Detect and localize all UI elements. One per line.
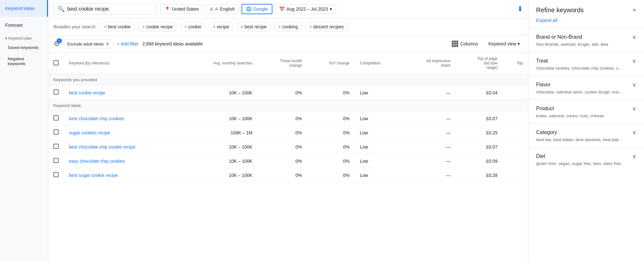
sidebar-sub-label: Saved keywords	[8, 45, 38, 50]
sidebar-sub-label: Negative keywords	[8, 56, 25, 66]
language-filter[interactable]: A A English	[206, 4, 239, 14]
refine-section-flavor[interactable]: Flavor ∨ chocolate, oatmeal raisin, cook…	[528, 76, 644, 100]
keyword-link[interactable]: best sugar cookie recipe	[69, 173, 118, 178]
broaden-chip-0[interactable]: + best cookie	[100, 22, 135, 31]
refine-section-product[interactable]: Product ∨ butter, oatmeal, cream, nuts, …	[528, 100, 644, 123]
sidebar-item-forecast[interactable]: Forecast	[0, 17, 48, 34]
chevron-down-icon: ∨	[632, 105, 636, 112]
remove-filter-icon[interactable]: ✕	[106, 41, 109, 46]
chevron-down-icon: ∨	[632, 153, 636, 160]
top-bid-low-cell: £0.04	[456, 86, 503, 100]
row-checkbox[interactable]	[53, 130, 59, 135]
sidebar-item-saved-keywords[interactable]: Saved keywords	[0, 42, 48, 53]
location-icon: 📍	[165, 6, 170, 12]
google-icon: 🌐	[246, 6, 251, 12]
row-checkbox[interactable]	[53, 115, 59, 121]
ad-impression-cell: —	[402, 111, 456, 126]
col-header-yoy: YoY change	[307, 53, 355, 74]
add-filter-button[interactable]: + Add filter	[117, 41, 138, 46]
refine-panel: Refine keywords × Expand all Brand or No…	[528, 0, 644, 261]
broaden-chip-3[interactable]: + recipe	[209, 22, 233, 31]
yoy-cell: 0%	[307, 140, 355, 154]
refine-section-title: Brand or Non-Brand	[536, 34, 582, 40]
row-checkbox-cell[interactable]	[48, 111, 64, 126]
select-all-header[interactable]	[48, 53, 64, 74]
keyword-link[interactable]: easy chocolate chip cookies	[69, 159, 125, 164]
sidebar-item-negative-keywords[interactable]: Negative keywords	[0, 53, 48, 69]
exclude-adult-chip[interactable]: Exclude adult ideas ✕	[64, 39, 113, 48]
refine-section-diet[interactable]: Diet ∨ gluten free, vegan, sugar free, k…	[528, 147, 644, 171]
three-month-cell: 0%	[258, 154, 307, 168]
row-checkbox[interactable]	[53, 158, 59, 163]
broaden-chip-2[interactable]: + cookie	[180, 22, 206, 31]
refine-section-subtitle: chocolate, oatmeal raisin, cookie dough,…	[536, 90, 636, 94]
row-checkbox[interactable]	[53, 144, 59, 149]
location-filter[interactable]: 📍 United States	[160, 4, 203, 14]
three-month-cell: 0%	[258, 168, 307, 182]
row-checkbox-cell[interactable]	[48, 140, 64, 154]
col-header-three-month: Three monthchange	[258, 53, 307, 74]
search-input[interactable]	[67, 6, 151, 12]
calendar-icon: 📅	[279, 6, 285, 12]
columns-button[interactable]: Columns	[449, 39, 481, 49]
yoy-cell: 0%	[307, 126, 355, 140]
download-button[interactable]: ⬇	[517, 5, 523, 13]
plus-icon: +	[142, 24, 145, 29]
sidebar-item-keyword-ideas[interactable]: Keyword ideas	[0, 0, 48, 17]
section-header-provided: Keywords you provided	[48, 74, 528, 86]
refine-section-brand[interactable]: Brand or Non-Brand ∨ Non-Brands, walmart…	[528, 28, 644, 52]
keyword-view-button[interactable]: Keyword view ▾	[485, 39, 523, 48]
plus-icon: +	[241, 24, 243, 29]
keyword-link[interactable]: best chocolate chip cookie recipe	[69, 144, 135, 150]
expand-all-button[interactable]: Expand all	[528, 16, 644, 28]
broaden-chip-5[interactable]: + cooking	[274, 22, 302, 31]
row-checkbox[interactable]	[53, 90, 59, 95]
row-checkbox[interactable]	[53, 172, 59, 177]
network-filter[interactable]: 🌐 Google	[242, 4, 272, 14]
select-all-checkbox[interactable]	[53, 60, 59, 65]
yoy-cell: 0%	[307, 86, 355, 100]
filter-button[interactable]: ⚙ 1	[53, 40, 60, 48]
refine-close-button[interactable]: ×	[632, 6, 636, 14]
keyword-link[interactable]: best chocolate chip cookies	[69, 116, 124, 121]
date-range-filter[interactable]: 📅 Aug 2022 – Jul 2023 ▾	[275, 4, 336, 14]
col-header-top-bid-high: Top	[503, 53, 528, 74]
yoy-cell: 0%	[307, 154, 355, 168]
three-month-cell: 0%	[258, 140, 307, 154]
sidebar-section-keyword-plan[interactable]: ▾ Keyword plan	[0, 34, 48, 42]
plus-icon: +	[117, 41, 119, 46]
keyword-link[interactable]: sugar cookies recipe	[69, 130, 110, 135]
table-row: easy chocolate chip cookies 10K – 100K 0…	[48, 154, 528, 168]
ad-impression-cell: —	[402, 168, 456, 182]
refine-section-subtitle: best bar, best italian, best desserts, b…	[536, 137, 636, 142]
keyword-link[interactable]: best cookie recipe	[69, 90, 105, 95]
top-bid-high-cell	[503, 86, 528, 100]
broaden-chip-4[interactable]: + best recipe	[237, 22, 271, 31]
chevron-down-icon: ∨	[632, 129, 636, 136]
row-checkbox-cell[interactable]	[48, 154, 64, 168]
broaden-chip-6[interactable]: + dessert recipes	[305, 22, 348, 31]
chevron-down-icon: ▾	[517, 41, 520, 46]
row-checkbox-cell[interactable]	[48, 86, 64, 100]
refine-section-category[interactable]: Category ∨ best bar, best italian, best …	[528, 123, 644, 147]
refine-section-treat[interactable]: Treat ∨ chocolate cookies, chocolate chi…	[528, 52, 644, 76]
toolbar: ⚙ 1 Exclude adult ideas ✕ + Add filter 2…	[48, 35, 528, 53]
row-checkbox-cell[interactable]	[48, 168, 64, 182]
competition-cell: Low	[355, 140, 402, 154]
broaden-chip-1[interactable]: + cookie recipe	[138, 22, 177, 31]
competition-cell: Low	[355, 126, 402, 140]
plus-icon: +	[104, 24, 107, 29]
row-checkbox-cell[interactable]	[48, 126, 64, 140]
chevron-down-icon: ∨	[632, 34, 636, 41]
plus-icon: +	[278, 24, 281, 29]
refine-section-subtitle: gluten free, vegan, sugar free, keto, da…	[536, 161, 636, 166]
top-bid-low-cell: £0.28	[456, 168, 503, 182]
ad-impression-cell: —	[402, 140, 456, 154]
keyword-cell: best chocolate chip cookie recipe	[64, 140, 182, 154]
refine-header: Refine keywords ×	[528, 0, 644, 16]
avg-monthly-cell: 10K – 100K	[182, 168, 258, 182]
search-box[interactable]: 🔍	[53, 3, 156, 15]
language-icon: A	[210, 6, 213, 12]
table-row: best sugar cookie recipe 10K – 100K 0% 0…	[48, 168, 528, 182]
keyword-view-label: Keyword view	[488, 41, 516, 46]
